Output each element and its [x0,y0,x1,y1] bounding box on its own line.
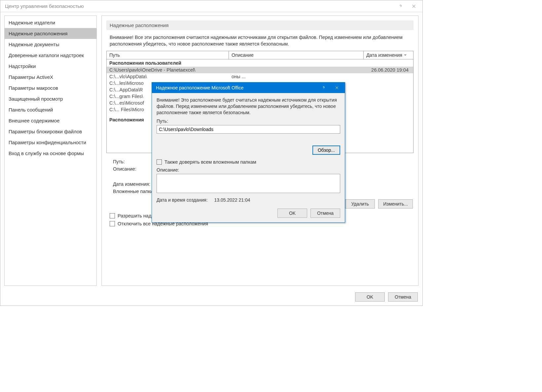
sidebar-item-message-bar[interactable]: Панель сообщений [5,104,96,115]
close-icon [335,86,339,90]
sidebar-item-external-content[interactable]: Внешнее содержимое [5,115,96,126]
sidebar: Надежные издатели Надежные расположения … [4,16,97,286]
trusted-location-dialog: Надежное расположение Microsoft Office В… [152,82,345,223]
browse-button[interactable]: Обзор... [312,146,340,155]
main-ok-button[interactable]: OK [355,292,385,302]
remove-button[interactable]: Удалить [345,199,375,209]
modal-title: Надежное расположение Microsoft Office [156,85,243,90]
sidebar-item-macros[interactable]: Параметры макросов [5,82,96,93]
modal-subfolders-row[interactable]: Также доверять всем вложенным папкам [157,159,340,165]
col-description[interactable]: Описание [229,51,364,59]
help-icon [398,4,403,9]
col-path[interactable]: Путь [107,51,229,59]
help-button[interactable] [394,1,407,11]
warning-text: Внимание! Все эти расположения считаются… [110,34,410,48]
modal-path-label: Путь: [157,118,340,124]
modal-cancel-button[interactable]: Отмена [310,209,340,218]
close-button[interactable] [407,1,420,11]
modal-created-value: 13.05.2022 21:04 [214,197,250,203]
modal-created-label: Дата и время создания: [157,197,208,203]
col-date[interactable]: Дата изменения [364,51,413,59]
modal-ok-button[interactable]: OK [277,209,307,218]
sidebar-item-privacy[interactable]: Параметры конфиденциальности [5,137,96,148]
sidebar-item-addin-catalogs[interactable]: Доверенные каталоги надстроек [5,50,96,61]
modal-help-button[interactable] [317,83,330,92]
table-row[interactable]: C:\...vlo\AppData\ оны ... [107,73,413,80]
section-title: Надежные расположения [106,20,414,30]
modal-subfolders-label: Также доверять всем вложенным папкам [164,159,256,165]
modal-close-button[interactable] [330,83,343,92]
modal-path-input[interactable] [157,125,340,134]
modal-desc-input[interactable] [157,174,340,193]
main-cancel-button[interactable]: Отмена [388,292,418,302]
sidebar-item-locations[interactable]: Надежные расположения [5,28,96,39]
close-icon [412,4,416,9]
modal-titlebar: Надежное расположение Microsoft Office [152,82,345,93]
sidebar-item-publishers[interactable]: Надежные издатели [5,17,96,28]
modal-subfolders-checkbox[interactable] [157,159,162,165]
group-user-locations: Расположения пользователей [107,59,413,67]
sidebar-item-form-signin[interactable]: Вход в службу на основе формы [5,148,96,159]
window-titlebar: Центр управления безопасностью [0,0,422,12]
allow-network-checkbox[interactable] [110,213,115,218]
sidebar-item-protected-view[interactable]: Защищенный просмотр [5,93,96,104]
modal-warning: Внимание! Это расположение будет считать… [157,97,340,116]
sidebar-item-addins[interactable]: Надстройки [5,61,96,72]
modify-button[interactable]: Изменить... [378,199,413,209]
disable-all-checkbox[interactable] [110,221,115,226]
table-row[interactable]: C:\Users\pavlo\OneDrive - Planetaexcel\ … [107,67,413,73]
sort-desc-icon [404,52,407,58]
sidebar-item-documents[interactable]: Надежные документы [5,39,96,50]
table-header: Путь Описание Дата изменения [107,51,413,59]
window-title: Центр управления безопасностью [5,3,84,9]
sidebar-item-file-block[interactable]: Параметры блокировки файлов [5,126,96,137]
sidebar-item-activex[interactable]: Параметры ActiveX [5,72,96,82]
modal-desc-label: Описание: [157,167,340,173]
help-icon [322,86,326,90]
